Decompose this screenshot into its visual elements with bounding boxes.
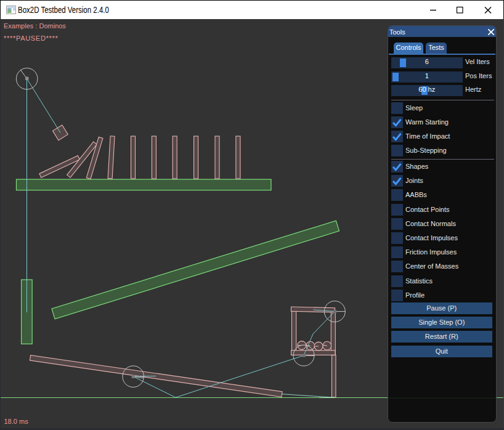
svg-text:****PAUSED****: ****PAUSED**** (4, 34, 58, 42)
svg-text:Examples : Dominos: Examples : Dominos (4, 22, 66, 30)
svg-text:18.0 ms: 18.0 ms (4, 418, 29, 425)
